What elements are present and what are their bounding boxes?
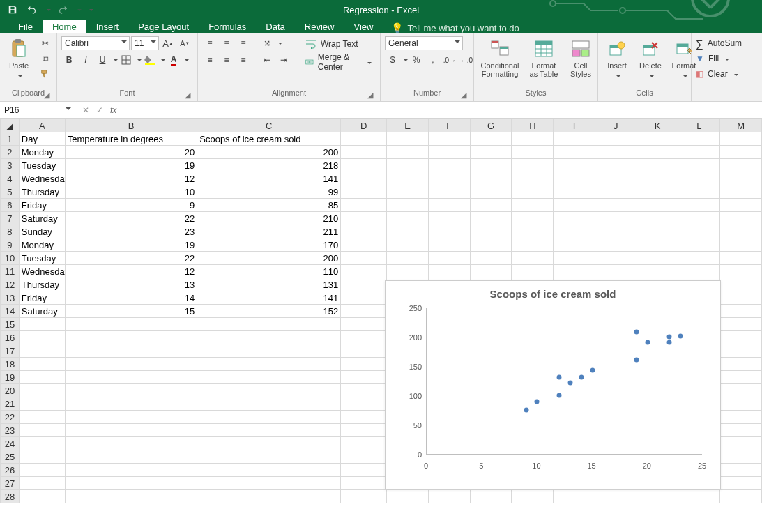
- row-header-7[interactable]: 7: [1, 212, 20, 225]
- cell-M13[interactable]: [720, 291, 762, 305]
- cell-A2[interactable]: Monday: [19, 146, 65, 159]
- formula-input[interactable]: [123, 102, 762, 118]
- cell-C25[interactable]: [197, 450, 341, 464]
- delete-cells-button[interactable]: Delete: [636, 36, 665, 81]
- cell-E1[interactable]: [387, 132, 429, 146]
- cell-B12[interactable]: 13: [65, 278, 197, 291]
- cell-F5[interactable]: [428, 185, 470, 199]
- embedded-chart[interactable]: Scoops of ice cream sold 050100150200250…: [385, 280, 721, 489]
- cell-I7[interactable]: [554, 212, 595, 225]
- fill-color-dropdown[interactable]: [159, 53, 165, 67]
- cell-C18[interactable]: [197, 358, 341, 371]
- cell-E7[interactable]: [387, 212, 429, 225]
- cell-F6[interactable]: [428, 199, 470, 212]
- cell-K5[interactable]: [637, 185, 678, 199]
- cell-B27[interactable]: [65, 477, 197, 490]
- cell-A13[interactable]: Friday: [19, 291, 65, 305]
- enter-formula-icon[interactable]: ✓: [96, 105, 103, 115]
- cell-M15[interactable]: [720, 318, 762, 331]
- underline-dropdown[interactable]: [112, 53, 117, 67]
- row-header-1[interactable]: 1: [1, 132, 20, 146]
- cell-M2[interactable]: [720, 146, 762, 159]
- row-header-8[interactable]: 8: [1, 225, 20, 238]
- cell-B9[interactable]: 19: [65, 238, 197, 252]
- worksheet-grid[interactable]: ◢ABCDEFGHIJKLM1DayTemperature in degrees…: [0, 119, 762, 532]
- cell-A10[interactable]: Tuesday: [19, 252, 65, 265]
- font-size-combo[interactable]: 11: [131, 36, 159, 50]
- cell-A26[interactable]: [19, 464, 65, 477]
- insert-cells-button[interactable]: Insert: [602, 36, 632, 81]
- cell-D7[interactable]: [341, 212, 387, 225]
- cell-G1[interactable]: [470, 132, 512, 146]
- align-top-button[interactable]: ≡: [202, 36, 218, 50]
- cell-B16[interactable]: [65, 331, 197, 344]
- cell-E28[interactable]: [387, 490, 429, 503]
- cell-A3[interactable]: Tuesday: [19, 159, 65, 172]
- cell-A17[interactable]: [19, 344, 65, 358]
- cell-C6[interactable]: 85: [197, 199, 341, 212]
- col-header-J[interactable]: J: [595, 119, 637, 132]
- copy-button[interactable]: ⧉: [38, 52, 53, 66]
- row-header-25[interactable]: 25: [1, 450, 20, 464]
- cell-D12[interactable]: [341, 278, 387, 291]
- cell-styles-button[interactable]: Cell Styles: [566, 36, 595, 79]
- cell-D2[interactable]: [341, 146, 387, 159]
- cell-M21[interactable]: [720, 397, 762, 411]
- cell-I1[interactable]: [554, 132, 595, 146]
- cell-A9[interactable]: Monday: [19, 238, 65, 252]
- cell-D10[interactable]: [341, 252, 387, 265]
- cell-I2[interactable]: [554, 146, 595, 159]
- tab-view[interactable]: View: [344, 20, 383, 33]
- cell-A5[interactable]: Thursday: [19, 185, 65, 199]
- wrap-text-button[interactable]: Wrap Text: [301, 36, 376, 52]
- cell-E4[interactable]: [387, 172, 429, 185]
- cell-J1[interactable]: [595, 132, 637, 146]
- cell-B1[interactable]: Temperature in degrees: [65, 132, 197, 146]
- cell-D11[interactable]: [341, 265, 387, 278]
- cell-H11[interactable]: [512, 265, 554, 278]
- cell-D15[interactable]: [341, 318, 387, 331]
- cell-I5[interactable]: [554, 185, 595, 199]
- cell-A28[interactable]: [19, 490, 65, 503]
- cell-C23[interactable]: [197, 424, 341, 437]
- cell-M12[interactable]: [720, 278, 762, 291]
- cell-L3[interactable]: [678, 159, 720, 172]
- cell-H6[interactable]: [512, 199, 554, 212]
- cell-C16[interactable]: [197, 331, 341, 344]
- cell-E11[interactable]: [387, 265, 429, 278]
- row-header-2[interactable]: 2: [1, 146, 20, 159]
- cell-H5[interactable]: [512, 185, 554, 199]
- cell-I9[interactable]: [554, 238, 595, 252]
- cell-A12[interactable]: Thursday: [19, 278, 65, 291]
- cell-A19[interactable]: [19, 371, 65, 384]
- cell-L5[interactable]: [678, 185, 720, 199]
- accounting-button[interactable]: $: [385, 53, 400, 67]
- redo-icon[interactable]: [57, 4, 68, 15]
- cell-M11[interactable]: [720, 265, 762, 278]
- cancel-formula-icon[interactable]: ✕: [82, 105, 89, 115]
- cell-D5[interactable]: [341, 185, 387, 199]
- cell-D18[interactable]: [341, 358, 387, 371]
- cell-M9[interactable]: [720, 238, 762, 252]
- cell-I3[interactable]: [554, 159, 595, 172]
- orientation-button[interactable]: ⤭: [259, 36, 275, 50]
- cell-K1[interactable]: [637, 132, 678, 146]
- cell-B14[interactable]: 15: [65, 305, 197, 318]
- row-header-21[interactable]: 21: [1, 397, 20, 411]
- cell-M10[interactable]: [720, 252, 762, 265]
- tab-page-layout[interactable]: Page Layout: [128, 20, 199, 33]
- fill-color-button[interactable]: [142, 53, 158, 67]
- cell-M1[interactable]: [720, 132, 762, 146]
- cell-D13[interactable]: [341, 291, 387, 305]
- cell-H10[interactable]: [512, 252, 554, 265]
- col-header-D[interactable]: D: [341, 119, 387, 132]
- cell-I28[interactable]: [554, 490, 595, 503]
- align-middle-button[interactable]: ≡: [219, 36, 234, 50]
- autosum-button[interactable]: ∑AutoSum: [696, 36, 742, 50]
- cell-K11[interactable]: [637, 265, 678, 278]
- row-header-10[interactable]: 10: [1, 252, 20, 265]
- cell-M23[interactable]: [720, 424, 762, 437]
- cell-D16[interactable]: [341, 331, 387, 344]
- cell-K8[interactable]: [637, 225, 678, 238]
- cell-D22[interactable]: [341, 411, 387, 424]
